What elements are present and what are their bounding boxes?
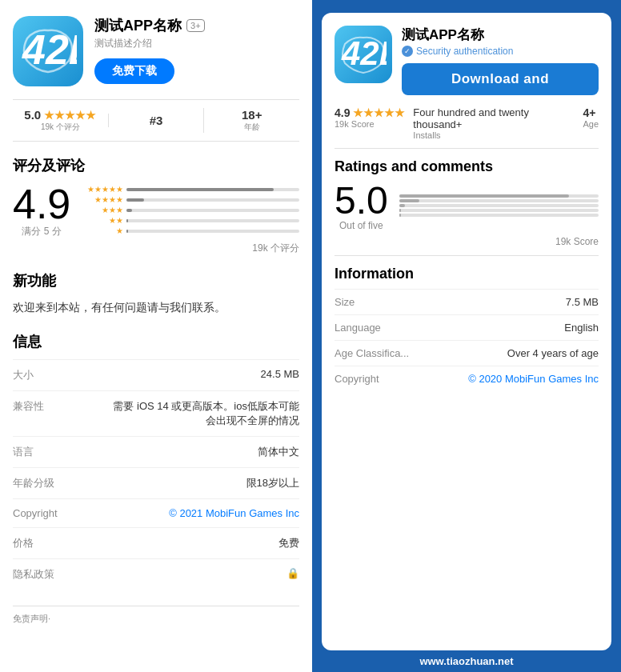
info-row-lang: 语言 简体中文 (13, 436, 299, 467)
rating-count-left: 19k 个评分 (13, 242, 299, 255)
right-rating-value: 4.9 (335, 106, 350, 119)
big-score-left: 4.9 (13, 183, 70, 225)
shield-icon: ✓ (402, 46, 413, 57)
footer-note: 免责声明· (13, 606, 299, 625)
app-icon-left: 42B (13, 16, 83, 86)
svg-text:42B: 42B (22, 26, 77, 73)
bar-row-5: ★★★★★ (83, 185, 299, 194)
right-score-label: 19k Score (335, 119, 405, 129)
app-subtitle-left: 测试描述介绍 (94, 37, 299, 50)
right-age-label: Age (583, 119, 599, 129)
info-row-privacy: 隐私政策 🔒 (13, 558, 299, 590)
right-info-row-copyright: Copyright © 2020 MobiFun Games Inc (335, 366, 599, 391)
right-panel: 42B 测试APP名称 ✓ Security authentication Do… (312, 0, 621, 672)
right-age-value: 4+ (583, 106, 599, 119)
download-button-right[interactable]: Download and (402, 63, 599, 95)
new-features-text: 欢迎来到本站，有任何问题请与我们联系。 (13, 298, 299, 316)
new-features-title: 新功能 (13, 271, 299, 290)
age-badge-left: 3+ (186, 19, 205, 32)
info-title-left: 信息 (13, 332, 299, 351)
app-header-left: 42B 测试APP名称 3+ 测试描述介绍 免费下载 (13, 16, 299, 86)
security-badge: ✓ Security authentication (402, 46, 599, 57)
rating-value: 5.0 (24, 108, 41, 122)
app-meta-left: 测试APP名称 3+ 测试描述介绍 免费下载 (94, 16, 299, 84)
info-row-size: 大小 24.5 MB (13, 359, 299, 390)
new-features-section: 新功能 欢迎来到本站，有任何问题请与我们联系。 (13, 271, 299, 316)
ratings-section-left: 评分及评论 4.9 满分 5 分 ★★★★★ ★★★★ ★★★ (13, 156, 299, 255)
rank-value: #3 (109, 114, 204, 127)
stat-age: 18+ 年龄 (203, 108, 299, 133)
rating-stars: ★★★★★ (44, 109, 96, 122)
divider-right-2 (335, 255, 599, 256)
app-icon-right: 42B (335, 26, 392, 83)
right-card: 42B 测试APP名称 ✓ Security authentication Do… (322, 13, 611, 650)
app-name-right: 测试APP名称 (402, 26, 599, 44)
ratings-title-right: Ratings and comments (335, 158, 599, 175)
rating-block-right: 5.0 Out of five (335, 182, 599, 231)
right-info-row-lang: Language English (335, 314, 599, 340)
age-value: 18+ (204, 108, 299, 122)
bar-row-1: ★ (83, 226, 299, 235)
info-title-right: Information (335, 266, 599, 282)
bar-row-2: ★★ (83, 216, 299, 225)
right-score-label-text: Out of five (335, 220, 388, 231)
review-count: 19k 个评分 (13, 122, 108, 133)
bar-row-4: ★★★★ (83, 195, 299, 204)
info-row-age: 年龄分级 限18岁以上 (13, 467, 299, 498)
stat-age-right: 4+ Age (583, 106, 599, 129)
right-installs-sub: Installs (413, 130, 575, 140)
stat-rating: 5.0 ★★★★★ 19k 个评分 (13, 108, 108, 133)
right-info-row-size: Size 7.5 MB (335, 289, 599, 314)
stat-rank: #3 (108, 114, 204, 127)
download-button-left[interactable]: 免费下载 (94, 58, 174, 84)
ratings-title-left: 评分及评论 (13, 156, 299, 175)
age-label: 年龄 (204, 122, 299, 133)
bar-row-3: ★★★ (83, 206, 299, 214)
info-row-copyright: Copyright © 2021 MobiFun Games Inc (13, 498, 299, 527)
divider-right (335, 148, 599, 149)
star-bars-left: ★★★★★ ★★★★ ★★★ ★★ ★ (83, 185, 299, 237)
watermark: www.tiaozhuan.net (312, 650, 621, 672)
info-row-compat: 兼容性 需要 iOS 14 或更高版本。ios低版本可能会出现不全屏的情况 (13, 390, 299, 436)
app-header-right: 42B 测试APP名称 ✓ Security authentication Do… (335, 26, 599, 95)
security-text: Security authentication (416, 46, 513, 57)
info-section-left: 信息 大小 24.5 MB 兼容性 需要 iOS 14 或更高版本。ios低版本… (13, 332, 299, 590)
stat-installs-right: Four hundred and twenty thousand+ Instal… (413, 106, 575, 140)
app-name-row: 测试APP名称 3+ (94, 16, 299, 35)
app-meta-right: 测试APP名称 ✓ Security authentication Downlo… (402, 26, 599, 95)
right-installs-value: Four hundred and twenty thousand+ (413, 106, 575, 130)
stat-rating-right: 4.9 ★★★★★ 19k Score (335, 106, 405, 129)
right-info-row-age: Age Classifica... Over 4 years of age (335, 340, 599, 366)
right-rating-count: 19k Score (335, 236, 599, 247)
left-panel: 42B 测试APP名称 3+ 测试描述介绍 免费下载 5.0 ★★★★★ 19k… (0, 0, 312, 672)
stats-row-right: 4.9 ★★★★★ 19k Score Four hundred and twe… (335, 106, 599, 140)
right-big-score: 5.0 (335, 182, 388, 220)
right-star-bars (399, 194, 599, 218)
info-row-price: 价格 免费 (13, 527, 299, 558)
stats-row-left: 5.0 ★★★★★ 19k 个评分 #3 18+ 年龄 (13, 99, 299, 142)
right-rating-stars: ★★★★★ (353, 106, 405, 119)
rating-block-left: 4.9 满分 5 分 ★★★★★ ★★★★ ★★★ ★★ (13, 183, 299, 238)
app-name-left: 测试APP名称 (94, 16, 182, 35)
